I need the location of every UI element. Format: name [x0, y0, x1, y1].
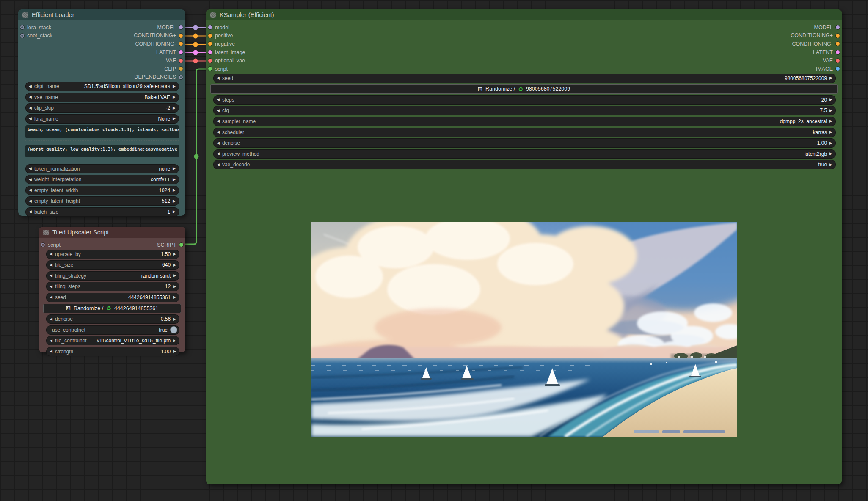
- input-dot-script[interactable]: [208, 67, 212, 71]
- increment-arrow-icon[interactable]: ▶: [829, 163, 832, 167]
- decrement-arrow-icon[interactable]: ◀: [217, 119, 220, 123]
- output-dot-VAE[interactable]: [836, 59, 840, 63]
- positive-prompt-textarea[interactable]: beach, ocean, (cumulonimbus clouds:1.3),…: [25, 125, 179, 138]
- widget-vae_decode[interactable]: ◀vae_decodetrue▶: [213, 160, 836, 169]
- increment-arrow-icon[interactable]: ▶: [173, 252, 176, 256]
- negative-prompt-textarea[interactable]: (worst quality, low quality:1.3), embedd…: [25, 145, 179, 157]
- output-port-LATENT[interactable]: LATENT: [813, 50, 840, 55]
- increment-arrow-icon[interactable]: ▶: [173, 317, 176, 321]
- widget-denoise[interactable]: ◀denoise0.56▶: [46, 314, 179, 324]
- increment-arrow-icon[interactable]: ▶: [173, 295, 176, 299]
- output-dot-SCRIPT[interactable]: [179, 243, 183, 247]
- widget-preview_method[interactable]: ◀preview_methodlatent2rgb▶: [213, 149, 836, 159]
- decrement-arrow-icon[interactable]: ◀: [50, 285, 52, 289]
- input-port-latent_image[interactable]: latent_image: [208, 50, 245, 55]
- input-port-optional_vae[interactable]: optional_vae: [208, 58, 245, 63]
- increment-arrow-icon[interactable]: ▶: [173, 350, 176, 353]
- textarea-resize-handle[interactable]: [25, 138, 179, 141]
- decrement-arrow-icon[interactable]: ◀: [50, 350, 52, 353]
- input-dot-negative[interactable]: [208, 42, 212, 46]
- node-collapse-icon[interactable]: [210, 12, 216, 18]
- increment-arrow-icon[interactable]: ▶: [173, 188, 176, 192]
- output-port-LATENT[interactable]: LATENT: [156, 50, 183, 55]
- increment-arrow-icon[interactable]: ▶: [173, 95, 176, 99]
- widget-seed[interactable]: ◀seed444264914855361▶: [46, 293, 179, 302]
- output-dot-CLIP[interactable]: [179, 67, 183, 71]
- widget-token_normalization[interactable]: ◀token_normalizationnone▶: [25, 164, 179, 173]
- output-port-DEPENDENCIES[interactable]: DEPENDENCIES: [134, 74, 183, 80]
- decrement-arrow-icon[interactable]: ◀: [29, 199, 32, 203]
- decrement-arrow-icon[interactable]: ◀: [217, 152, 220, 156]
- node-tiled-upscaler-script[interactable]: Tiled Upscaler Script scriptSCRIPT ◀upsc…: [39, 227, 185, 352]
- output-port-SCRIPT[interactable]: SCRIPT: [157, 242, 183, 248]
- decrement-arrow-icon[interactable]: ◀: [29, 95, 32, 99]
- widget-upscale_by[interactable]: ◀upscale_by1.50▶: [46, 250, 179, 259]
- input-port-positive[interactable]: positive: [208, 33, 233, 39]
- increment-arrow-icon[interactable]: ▶: [173, 117, 176, 121]
- decrement-arrow-icon[interactable]: ◀: [50, 317, 52, 321]
- input-port-cnet_stack[interactable]: cnet_stack: [20, 33, 52, 39]
- decrement-arrow-icon[interactable]: ◀: [217, 130, 220, 134]
- input-dot-latent_image[interactable]: [208, 50, 212, 54]
- widget-seed[interactable]: ◀seed980056807522009▶: [213, 74, 836, 83]
- increment-arrow-icon[interactable]: ▶: [173, 274, 176, 278]
- increment-arrow-icon[interactable]: ▶: [173, 285, 176, 289]
- increment-arrow-icon[interactable]: ▶: [829, 141, 832, 145]
- node-title-bar[interactable]: KSampler (Efficient): [206, 9, 842, 20]
- output-dot-IMAGE[interactable]: [836, 67, 840, 71]
- decrement-arrow-icon[interactable]: ◀: [29, 178, 32, 182]
- widget-tiling_strategy[interactable]: ◀tiling_strategyrandom strict▶: [46, 271, 179, 281]
- output-port-CONDITIONING-[interactable]: CONDITIONING-: [135, 41, 183, 47]
- increment-arrow-icon[interactable]: ▶: [173, 167, 176, 171]
- widget-clip_skip[interactable]: ◀clip_skip-2▶: [25, 103, 179, 113]
- output-dot-DEPENDENCIES[interactable]: [179, 75, 183, 79]
- widget-tiling_steps[interactable]: ◀tiling_steps12▶: [46, 282, 179, 291]
- decrement-arrow-icon[interactable]: ◀: [217, 76, 220, 80]
- output-port-VAE[interactable]: VAE: [823, 58, 840, 63]
- decrement-arrow-icon[interactable]: ◀: [50, 339, 52, 343]
- node-ksampler-efficient[interactable]: KSampler (Efficient) modelMODELpositiveC…: [206, 9, 842, 484]
- decrement-arrow-icon[interactable]: ◀: [29, 106, 32, 110]
- widget-empty_latent_height[interactable]: ◀empty_latent_height512▶: [25, 196, 179, 206]
- increment-arrow-icon[interactable]: ▶: [173, 263, 176, 267]
- widget-weight_interpretation[interactable]: ◀weight_interpretationcomfy++▶: [25, 175, 179, 184]
- increment-arrow-icon[interactable]: ▶: [829, 152, 832, 156]
- decrement-arrow-icon[interactable]: ◀: [217, 109, 220, 113]
- textarea-resize-handle[interactable]: [25, 157, 179, 160]
- input-dot-script[interactable]: [41, 243, 45, 247]
- widget-sampler_name[interactable]: ◀sampler_namedpmpp_2s_ancestral▶: [213, 117, 836, 126]
- widget-steps[interactable]: ◀steps20▶: [213, 95, 836, 105]
- output-port-IMAGE[interactable]: IMAGE: [816, 66, 840, 72]
- randomize-button[interactable]: ⚄Randomize /♻980056807522009: [210, 84, 838, 94]
- increment-arrow-icon[interactable]: ▶: [829, 109, 832, 113]
- input-port-negative[interactable]: negative: [208, 41, 235, 47]
- decrement-arrow-icon[interactable]: ◀: [50, 252, 52, 256]
- input-port-lora_stack[interactable]: lora_stack: [20, 25, 51, 30]
- decrement-arrow-icon[interactable]: ◀: [50, 263, 52, 267]
- randomize-button[interactable]: ⚄Randomize /♻444264914855361: [43, 304, 181, 313]
- output-port-MODEL[interactable]: MODEL: [157, 25, 183, 30]
- node-title-bar[interactable]: Efficient Loader: [18, 9, 185, 20]
- input-port-script[interactable]: script: [208, 66, 228, 72]
- input-dot-optional_vae[interactable]: [208, 59, 212, 63]
- widget-cfg[interactable]: ◀cfg7.5▶: [213, 106, 836, 115]
- widget-use_controlnet[interactable]: use_controlnettrue: [46, 325, 179, 335]
- output-dot-LATENT[interactable]: [179, 50, 183, 54]
- increment-arrow-icon[interactable]: ▶: [829, 119, 832, 123]
- output-port-CLIP[interactable]: CLIP: [164, 66, 183, 72]
- widget-batch_size[interactable]: ◀batch_size1▶: [25, 207, 179, 217]
- increment-arrow-icon[interactable]: ▶: [173, 339, 176, 343]
- output-dot-CONDITIONING+[interactable]: [836, 34, 840, 38]
- toggle-knob-icon[interactable]: [170, 326, 177, 333]
- output-port-CONDITIONING-[interactable]: CONDITIONING-: [792, 41, 840, 47]
- node-title-bar[interactable]: Tiled Upscaler Script: [39, 227, 185, 238]
- increment-arrow-icon[interactable]: ▶: [829, 76, 832, 80]
- output-port-CONDITIONING+[interactable]: CONDITIONING+: [134, 33, 183, 39]
- input-dot-cnet_stack[interactable]: [20, 34, 24, 38]
- increment-arrow-icon[interactable]: ▶: [829, 130, 832, 134]
- input-dot-positive[interactable]: [208, 34, 212, 38]
- node-editor-canvas[interactable]: Efficient Loader lora_stackMODELcnet_sta…: [0, 0, 868, 501]
- output-dot-CONDITIONING-[interactable]: [179, 42, 183, 46]
- output-port-CONDITIONING+[interactable]: CONDITIONING+: [791, 33, 840, 39]
- decrement-arrow-icon[interactable]: ◀: [50, 295, 52, 299]
